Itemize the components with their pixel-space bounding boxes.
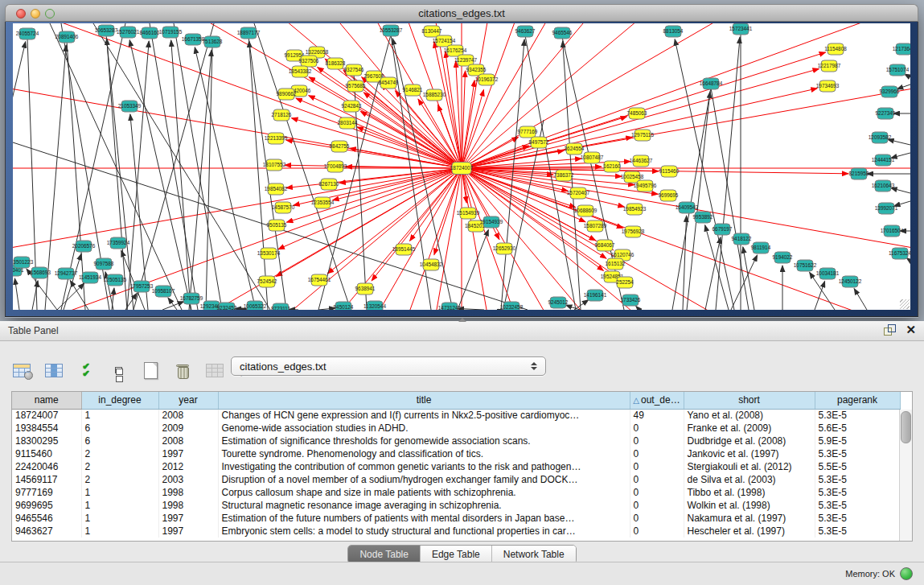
network-node[interactable]: 19154939	[480, 216, 503, 228]
citation-network-graph[interactable]: 9912954132260589327506818632893275461854…	[13, 23, 910, 310]
network-node[interactable]: 16671358	[182, 34, 205, 45]
network-node[interactable]: 12173648	[893, 43, 910, 55]
network-node[interactable]: 19854082	[265, 183, 288, 195]
table-cell[interactable]: 0	[630, 499, 684, 512]
table-cell[interactable]: 0	[630, 422, 684, 435]
network-node[interactable]: 2803144	[338, 117, 358, 129]
network-node[interactable]: 9842755	[330, 141, 350, 152]
network-node[interactable]: 18543382	[289, 66, 312, 77]
network-node[interactable]: 2718126	[272, 109, 292, 121]
network-node[interactable]: 19854923	[623, 204, 647, 215]
column-header-year[interactable]: year	[158, 392, 218, 409]
network-node[interactable]: 9327546	[344, 64, 364, 76]
network-node[interactable]: 19495796	[634, 180, 657, 192]
network-node[interactable]: 21053349	[118, 101, 142, 112]
column-header-in_degree[interactable]: in_degree	[81, 392, 158, 409]
table-cell[interactable]: 0	[630, 486, 684, 499]
table-panel-header[interactable]: Table Panel ✕	[0, 321, 924, 341]
network-node[interactable]: 9777169	[518, 126, 538, 138]
network-node[interactable]: 9232452	[217, 303, 237, 310]
table-cell[interactable]: 0	[630, 460, 684, 473]
network-node[interactable]: 9638941	[355, 283, 376, 295]
table-row[interactable]: 1456911722003Disruption of a novel membe…	[12, 473, 900, 486]
network-node[interactable]: 10232458	[500, 302, 524, 310]
table-cell[interactable]: 18300295	[12, 435, 81, 447]
table-cell[interactable]: 18724007	[12, 409, 81, 422]
table-cell[interactable]: 1998	[158, 486, 218, 499]
table-cell[interactable]: 5.5E-5	[815, 460, 900, 473]
table-vertical-scrollbar[interactable]	[899, 410, 912, 541]
network-node[interactable]: 8813054	[663, 26, 684, 37]
float-window-icon[interactable]	[884, 324, 896, 336]
table-cell[interactable]: 1	[81, 409, 158, 422]
network-node[interactable]: 19734693	[816, 80, 840, 92]
select-all-icon[interactable]: ✔✔	[76, 360, 97, 381]
table-cell[interactable]: Corpus callosum shape and size in male p…	[218, 486, 630, 499]
network-node[interactable]: 7513628	[203, 36, 223, 47]
table-cell[interactable]: 1	[81, 486, 158, 499]
network-node[interactable]: 11154808	[824, 43, 847, 55]
network-node[interactable]: 12975115	[631, 130, 654, 141]
network-node[interactable]: 16782759	[180, 293, 203, 304]
table-cell[interactable]: 5.3E-5	[815, 473, 900, 486]
network-node[interactable]: 15723441	[729, 23, 753, 35]
network-node[interactable]: 10653287	[95, 25, 118, 36]
network-node[interactable]: 18897177	[237, 27, 261, 39]
network-node[interactable]: 12217987	[818, 60, 841, 72]
network-node[interactable]: 8723111	[271, 303, 290, 310]
network-node[interactable]: 9329966	[880, 86, 900, 97]
table-row[interactable]: 911546021997Tourette syndrome. Phenomeno…	[12, 447, 900, 460]
table-cell[interactable]: 5.3E-5	[815, 486, 900, 499]
network-node[interactable]: 14731245	[438, 303, 462, 310]
table-cell[interactable]: Hescheler et al. (1997)	[684, 525, 815, 538]
table-cell[interactable]: 6	[81, 435, 158, 447]
network-node[interactable]: 7485063	[627, 108, 647, 119]
column-header-short[interactable]: short	[684, 392, 815, 409]
network-node[interactable]: 16210643	[872, 180, 895, 192]
network-canvas[interactable]: 9912954132260589327506818632893275461854…	[13, 23, 910, 310]
table-cell[interactable]: Disruption of a novel member of a sodium…	[218, 473, 630, 486]
network-node[interactable]: 17004893	[324, 161, 347, 172]
network-node[interactable]: 12450122	[839, 276, 862, 287]
table-options-icon[interactable]	[11, 360, 32, 381]
network-node[interactable]: 12444151	[872, 154, 895, 166]
table-cell[interactable]: 5.3E-5	[815, 525, 900, 538]
network-node[interactable]: 9097588	[94, 258, 114, 270]
table-cell[interactable]: 1997	[158, 512, 218, 525]
table-cell[interactable]: Jankovic et al. (1997)	[684, 447, 815, 460]
table-cell[interactable]: Franke et al. (2009)	[684, 422, 815, 435]
table-cell[interactable]: Estimation of significance thresholds fo…	[218, 435, 630, 447]
table-cell[interactable]: Tibbo et al. (1998)	[684, 486, 815, 499]
table-cell[interactable]: 1997	[158, 525, 218, 538]
table-cell[interactable]: 2	[81, 473, 158, 486]
network-table-dropdown[interactable]: citations_edges.txt	[231, 356, 546, 376]
network-node[interactable]: 9575685	[346, 80, 366, 92]
network-node[interactable]: 6679197	[713, 224, 733, 235]
network-node[interactable]: 1733426	[621, 295, 641, 306]
network-node[interactable]: 9242843	[342, 101, 362, 112]
network-node[interactable]: 11675324	[889, 248, 910, 259]
network-node[interactable]: 9245012	[548, 297, 569, 308]
table-cell[interactable]: 49	[630, 409, 684, 422]
network-node[interactable]: 12213399	[265, 133, 288, 144]
network-node[interactable]: 13530174	[257, 248, 281, 259]
table-cell[interactable]: 2009	[158, 422, 218, 435]
network-node[interactable]: 9463627	[515, 26, 536, 37]
canvas-resize-grip[interactable]	[900, 299, 910, 309]
delete-table-icon[interactable]	[172, 360, 193, 381]
table-cell[interactable]: 5.3E-5	[815, 409, 900, 422]
table-cell[interactable]: 9777169	[12, 486, 81, 499]
network-node[interactable]: 16648784	[700, 78, 723, 89]
network-node[interactable]: 17957253	[130, 281, 154, 292]
network-node[interactable]: 14587570	[272, 202, 295, 213]
table-cell[interactable]: 0	[630, 447, 684, 460]
network-node[interactable]: 10034181	[816, 268, 840, 279]
network-node[interactable]: 9227349	[876, 108, 896, 119]
table-cell[interactable]: 5.9E-5	[815, 435, 900, 447]
table-row[interactable]: 1830029562008Estimation of significance …	[12, 435, 900, 447]
network-node[interactable]: 10688609	[574, 205, 598, 216]
table-row[interactable]: 1938455462009Genome-wide association stu…	[12, 422, 900, 435]
table-cell[interactable]: 1	[81, 499, 158, 512]
network-node[interactable]: 12505135	[104, 274, 127, 286]
network-node[interactable]: 9450124	[334, 302, 354, 310]
